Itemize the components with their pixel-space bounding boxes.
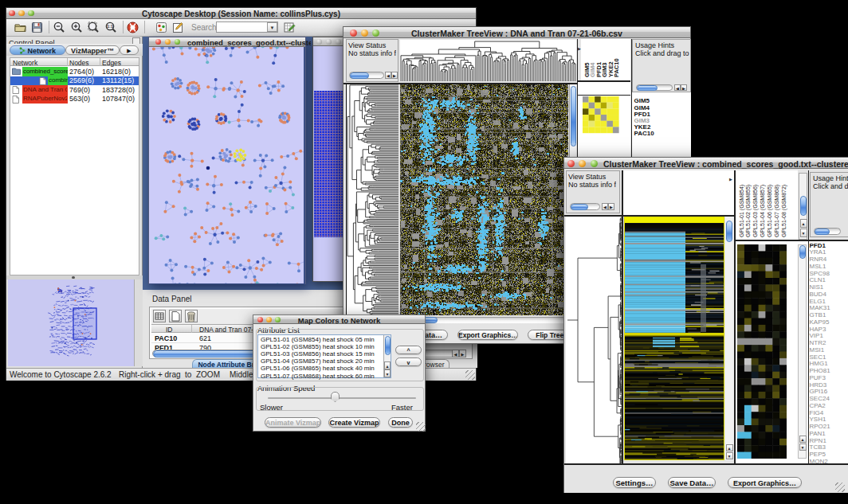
svg-text:1:1: 1:1 [107, 24, 113, 29]
